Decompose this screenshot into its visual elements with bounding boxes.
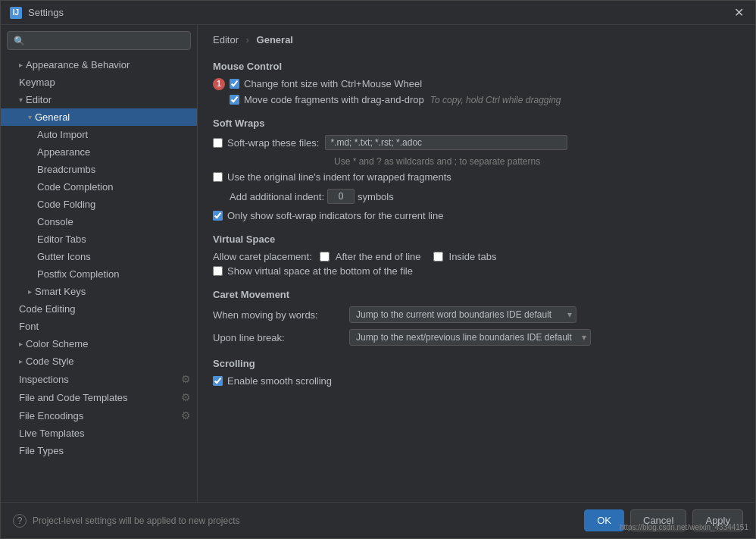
show-virtual-space-checkbox[interactable] (213, 266, 223, 276)
sidebar-item-gutter-icons[interactable]: Gutter Icons (1, 248, 197, 265)
when-moving-by-words-row: When moving by words: Jump to the curren… (213, 306, 740, 323)
arrow-icon (28, 287, 32, 296)
breadcrumb-parent: Editor (213, 34, 239, 45)
ok-button[interactable]: OK (584, 509, 624, 531)
change-font-size-row: 1 Change font size with Ctrl+Mouse Wheel (230, 78, 740, 89)
use-original-indent-label[interactable]: Use the original line's indent for wrapp… (213, 171, 451, 183)
sidebar-item-general[interactable]: General (1, 108, 197, 126)
sidebar-item-inspections[interactable]: Inspections ⚙ (1, 370, 197, 388)
sidebar-item-code-folding[interactable]: Code Folding (1, 196, 197, 213)
move-code-fragments-text: Move code fragments with drag-and-drop (244, 94, 424, 105)
show-indicators-checkbox[interactable] (213, 211, 223, 221)
sidebar-item-smart-keys[interactable]: Smart Keys (1, 283, 197, 300)
file-pattern-hint: Use * and ? as wildcards and ; to separa… (213, 156, 740, 167)
sidebar-item-file-types[interactable]: File Types (1, 442, 197, 459)
sidebar-item-code-completion[interactable]: Code Completion (1, 178, 197, 196)
arrow-icon (19, 61, 23, 69)
close-button[interactable]: ✕ (731, 5, 746, 20)
use-original-indent-row: Use the original line's indent for wrapp… (213, 171, 740, 183)
search-box[interactable]: 🔍 (7, 31, 191, 50)
sidebar-item-file-encodings[interactable]: File Encodings ⚙ (1, 406, 197, 425)
soft-wrap-files-checkbox[interactable] (213, 138, 223, 148)
sidebar-item-label: Postfix Completion (37, 268, 119, 280)
upon-line-break-label: Upon line break: (213, 332, 349, 343)
sidebar-item-auto-import[interactable]: Auto Import (1, 126, 197, 143)
sidebar-list: Appearance & Behavior Keymap Editor Gene… (1, 56, 197, 502)
watermark: https://blog.csdn.net/weixin_43344151 (620, 523, 748, 531)
when-moving-dropdown-wrapper: Jump to the current word boundaries IDE … (349, 306, 576, 323)
upon-line-break-dropdown-wrapper: Jump to the next/previous line boundarie… (349, 329, 591, 346)
sidebar-item-label: Code Folding (37, 199, 95, 210)
main-panel: Editor › General Mouse Control 1 Change … (198, 25, 755, 502)
bottom-bar: ? Project-level settings will be applied… (1, 502, 755, 538)
show-virtual-space-text: Show virtual space at the bottom of the … (227, 265, 413, 277)
soft-wrap-files-label[interactable]: Soft-wrap these files: (213, 137, 319, 149)
change-font-size-text: Change font size with Ctrl+Mouse Wheel (244, 78, 422, 89)
badge-notification: 1 (213, 78, 225, 90)
settings-window: IJ Settings ✕ 🔍 Appearance & Behavior Ke… (0, 0, 756, 539)
sidebar-item-code-style[interactable]: Code Style (1, 353, 197, 370)
search-input[interactable] (28, 35, 184, 46)
when-moving-select[interactable]: Jump to the current word boundaries IDE … (349, 306, 576, 323)
use-original-indent-checkbox[interactable] (213, 172, 223, 182)
change-font-size-checkbox[interactable] (230, 79, 239, 89)
add-indent-prefix: Add additional indent: (230, 191, 324, 202)
enable-smooth-text: Enable smooth scrolling (227, 375, 332, 387)
show-indicators-label[interactable]: Only show soft-wrap indicators for the c… (213, 210, 443, 221)
sidebar-item-label: Live Templates (19, 428, 84, 439)
sidebar-item-file-code-templates[interactable]: File and Code Templates ⚙ (1, 388, 197, 406)
mouse-control-title: Mouse Control (213, 61, 740, 72)
sidebar-item-label: Appearance (37, 146, 90, 158)
show-virtual-space-row: Show virtual space at the bottom of the … (213, 265, 740, 277)
enable-smooth-label[interactable]: Enable smooth scrolling (213, 375, 332, 387)
add-indent-row: Add additional indent: symbols (230, 189, 740, 204)
sidebar-item-code-editing[interactable]: Code Editing (1, 300, 197, 318)
soft-wrap-files-row: Soft-wrap these files: (213, 135, 740, 150)
soft-wrap-files-text: Soft-wrap these files: (227, 137, 319, 149)
sidebar-item-label: Appearance & Behavior (26, 59, 130, 71)
move-code-fragments-checkbox[interactable] (230, 95, 239, 105)
sidebar-item-appearance[interactable]: Appearance (1, 143, 197, 161)
app-icon: IJ (10, 7, 22, 19)
after-end-of-line-option[interactable]: After the end of line (320, 251, 421, 262)
inside-tabs-label: Inside tabs (449, 251, 497, 262)
after-end-checkbox[interactable] (320, 252, 330, 262)
sidebar-item-breadcrumbs[interactable]: Breadcrumbs (1, 161, 197, 178)
use-original-indent-text: Use the original line's indent for wrapp… (227, 171, 451, 183)
upon-line-break-select[interactable]: Jump to the next/previous line boundarie… (349, 329, 591, 346)
project-level-note: Project-level settings will be applied t… (33, 515, 239, 526)
sidebar-item-editor[interactable]: Editor (1, 91, 197, 108)
sidebar-item-editor-tabs[interactable]: Editor Tabs (1, 230, 197, 248)
show-virtual-space-label[interactable]: Show virtual space at the bottom of the … (213, 265, 413, 277)
search-icon: 🔍 (14, 36, 25, 46)
file-pattern-input[interactable] (325, 135, 567, 150)
help-button[interactable]: ? (13, 514, 27, 528)
when-moving-label: When moving by words: (213, 309, 349, 321)
enable-smooth-checkbox[interactable] (213, 376, 223, 386)
sidebar-item-label: Console (37, 216, 73, 227)
allow-caret-row: Allow caret placement: After the end of … (213, 251, 740, 262)
inside-tabs-option[interactable]: Inside tabs (433, 251, 497, 262)
sidebar: 🔍 Appearance & Behavior Keymap Editor (1, 25, 198, 502)
virtual-space-title: Virtual Space (213, 233, 740, 245)
change-font-size-label[interactable]: Change font size with Ctrl+Mouse Wheel (230, 78, 422, 89)
breadcrumb-current: General (257, 34, 293, 45)
inside-tabs-checkbox[interactable] (433, 252, 443, 262)
sidebar-item-keymap[interactable]: Keymap (1, 74, 197, 91)
indent-value-input[interactable] (327, 189, 355, 204)
settings-gear-icon-2: ⚙ (181, 391, 191, 403)
sidebar-item-label: Code Completion (37, 181, 113, 193)
sidebar-item-label: File and Code Templates (19, 392, 128, 403)
sidebar-item-postfix-completion[interactable]: Postfix Completion (1, 265, 197, 283)
sidebar-item-label: File Types (19, 445, 64, 456)
sidebar-item-console[interactable]: Console (1, 213, 197, 230)
sidebar-item-font[interactable]: Font (1, 318, 197, 335)
sidebar-item-live-templates[interactable]: Live Templates (1, 425, 197, 442)
breadcrumb-separator: › (246, 34, 249, 45)
sidebar-item-label: Editor (26, 94, 52, 105)
sidebar-item-color-scheme[interactable]: Color Scheme (1, 335, 197, 353)
sidebar-item-label: Inspections (19, 374, 69, 385)
drag-drop-hint: To copy, hold Ctrl while dragging (430, 95, 561, 105)
sidebar-item-appearance-behavior[interactable]: Appearance & Behavior (1, 56, 197, 74)
move-code-fragments-label[interactable]: Move code fragments with drag-and-drop (230, 94, 424, 105)
